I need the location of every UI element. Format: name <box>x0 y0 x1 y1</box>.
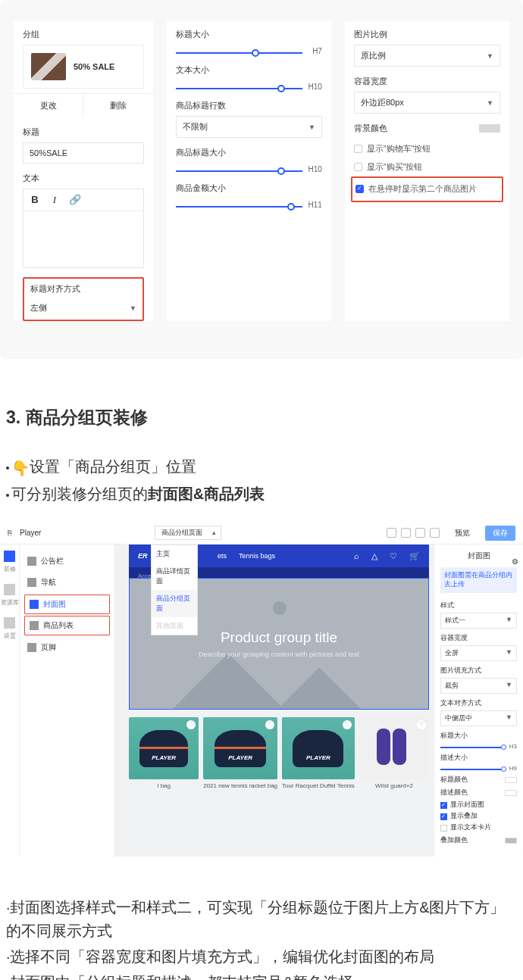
heart-icon[interactable]: ♡ <box>265 720 274 729</box>
show-buy-checkbox[interactable]: 显示"购买"按钮 <box>354 158 500 176</box>
heart-icon[interactable]: ♡ <box>417 720 426 729</box>
title-size-label: 标题大小 <box>176 29 322 45</box>
rp-style-select[interactable]: 样式一▼ <box>440 613 517 629</box>
rte-body[interactable] <box>23 211 143 267</box>
change-button[interactable]: 更改 <box>14 94 83 117</box>
hover-image-checkbox[interactable]: 在悬停时显示第二个商品图片 <box>355 180 499 198</box>
rp-show-overlay-cb[interactable]: 显示叠加 <box>440 812 517 821</box>
bold-icon[interactable]: B <box>30 194 40 206</box>
cart-icon[interactable]: 🛒 <box>409 551 420 561</box>
section-heading: 3. 商品分组页装修 <box>6 406 517 429</box>
dd-other[interactable]: 其他页面 <box>152 617 197 635</box>
image-icon <box>30 600 39 609</box>
rp-align-label: 文本对齐方式 <box>440 698 517 708</box>
show-cart-checkbox[interactable]: 显示"购物车"按钮 <box>354 140 500 158</box>
product-card-2[interactable]: PLAYER♡2021 new tennis racket bag <box>203 717 277 789</box>
product-price-size-value: H11 <box>308 201 322 209</box>
group-thumb-box: 50% SALE <box>23 45 144 89</box>
nav-product-list[interactable]: 商品列表 <box>25 616 109 635</box>
search-icon[interactable]: ⌕ <box>354 551 359 560</box>
product-card-1[interactable]: PLAYER♡I bag <box>129 717 199 789</box>
title-input[interactable] <box>23 142 144 164</box>
brand-name: Player <box>20 529 41 537</box>
dd-home[interactable]: 主页 <box>152 545 197 563</box>
rp-title-size-label: 标题大小 <box>440 731 517 741</box>
menu-icon <box>27 578 36 587</box>
library-icon[interactable] <box>4 584 15 595</box>
page-select[interactable]: 商品分组页面▴ <box>155 526 221 540</box>
rp-note: 封面图需在商品分组内去上传 <box>440 567 517 593</box>
head-menu-2[interactable]: ets <box>218 552 227 560</box>
delete-button[interactable]: 删除 <box>83 94 152 117</box>
article-notes: ·封面图选择样式一和样式二，可实现「分组标题位于图片上方&图片下方」的不同展示方… <box>0 896 523 980</box>
product-price-size-slider[interactable]: H11 <box>176 206 302 208</box>
group-thumb-image <box>31 53 66 80</box>
bg-color-swatch[interactable] <box>479 124 500 133</box>
heart-icon[interactable]: ♡ <box>186 720 196 729</box>
rp-desc-size-slider[interactable]: H9 <box>440 769 503 770</box>
product-title-size-slider[interactable]: H10 <box>176 170 302 172</box>
right-panel: 封面图 封面图需在商品分组内去上传 样式 样式一▼ 容器宽度 全屏▼ 图片填充方… <box>434 545 523 857</box>
rp-width-select[interactable]: 全屏▼ <box>440 645 517 661</box>
group-label: 分组 <box>14 29 153 45</box>
overlay-color-swatch[interactable] <box>505 838 517 844</box>
device-fullscreen-icon[interactable] <box>430 528 440 538</box>
align-label: 标题对齐方式 <box>30 283 136 295</box>
rp-show-textcard-cb[interactable]: 显示文本卡片 <box>440 823 517 832</box>
chevron-down-icon: ▼ <box>487 52 493 60</box>
rp-desc-color: 描述颜色 <box>440 788 468 797</box>
group-column: 分组 50% SALE 更改 删除 标题 文本 B I 🔗 标题对齐方式 <box>14 21 153 321</box>
decorate-icon[interactable] <box>4 551 15 562</box>
rp-title: 封面图 <box>440 551 517 567</box>
hero-title: Product group title <box>221 629 337 646</box>
lines-value: 不限制 <box>183 121 208 133</box>
lines-select[interactable]: 不限制 ▼ <box>176 116 322 138</box>
nav-cover[interactable]: 封面图 <box>25 595 109 613</box>
preview-button[interactable]: 预览 <box>447 526 478 541</box>
text-size-slider[interactable]: H10 <box>176 88 302 89</box>
article-body: 3. 商品分组页装修 👇设置「商品分组页」位置 可分别装修分组页的封面图&商品列… <box>0 406 523 505</box>
align-value: 左侧 <box>30 302 47 314</box>
product-card-3[interactable]: PLAYER♡Tour Racquet Duffel Tennis <box>282 717 355 789</box>
nav-footer[interactable]: 页脚 <box>20 637 114 658</box>
save-button[interactable]: 保存 <box>485 526 515 541</box>
dd-product-group[interactable]: 商品分组页面 <box>152 590 197 617</box>
heart-icon[interactable]: ♡ <box>343 720 352 729</box>
rp-fill-select[interactable]: 裁剪▼ <box>440 678 517 694</box>
settings-panel: 分组 50% SALE 更改 删除 标题 文本 B I 🔗 标题对齐方式 <box>0 0 523 359</box>
hero-desc: Describe your grouping content with pict… <box>199 651 359 658</box>
chevron-down-icon: ▼ <box>130 304 136 312</box>
product-card-4[interactable]: ♡Wrist guard×2 <box>359 717 429 789</box>
rp-desc-size-label: 描述大小 <box>440 753 517 763</box>
settings-icon[interactable] <box>4 617 15 629</box>
title-color-swatch[interactable] <box>505 777 517 783</box>
head-menu-3[interactable]: Tennis bags <box>239 552 275 560</box>
italic-icon[interactable]: I <box>49 194 60 206</box>
device-desktop-icon[interactable] <box>387 528 396 538</box>
width-select[interactable]: 外边距80px ▼ <box>354 92 500 114</box>
rail-decorate: 装修 <box>0 565 19 573</box>
rp-show-cover-cb[interactable]: 显示封面图 <box>440 801 517 810</box>
nav-announcement[interactable]: 公告栏⚙ <box>20 551 114 572</box>
rp-title-size-slider[interactable]: H3 <box>440 747 503 748</box>
device-mobile-icon[interactable] <box>415 528 425 538</box>
page-icon: ⎘ <box>8 529 12 537</box>
dd-product-detail[interactable]: 商品详情页面 <box>152 563 197 590</box>
product-row: PLAYER♡I bag PLAYER♡2021 new tennis rack… <box>129 717 429 789</box>
group-thumb-text: 50% SALE <box>74 62 114 71</box>
title-size-slider[interactable]: H7 <box>176 52 302 54</box>
device-tablet-icon[interactable] <box>401 528 411 538</box>
user-icon[interactable]: △ <box>371 551 377 561</box>
ratio-select[interactable]: 原比例 ▼ <box>354 45 500 67</box>
list-icon <box>30 621 39 630</box>
product-price-size-label: 商品金额大小 <box>176 183 322 198</box>
nav-navigation[interactable]: 导航 <box>20 572 114 593</box>
nav-cover-highlight: 封面图 <box>24 595 110 614</box>
link-icon[interactable]: 🔗 <box>69 194 80 206</box>
align-select[interactable]: 左侧 ▼ <box>30 299 136 317</box>
rp-align-select[interactable]: 中侧居中▼ <box>440 710 517 726</box>
desc-color-swatch[interactable] <box>505 790 517 796</box>
editor-topbar: ⎘ Player 商品分组页面▴ 预览 保存 <box>0 522 523 545</box>
gear-icon[interactable]: ⚙ <box>512 557 518 566</box>
heart-icon[interactable]: ♡ <box>390 551 397 561</box>
